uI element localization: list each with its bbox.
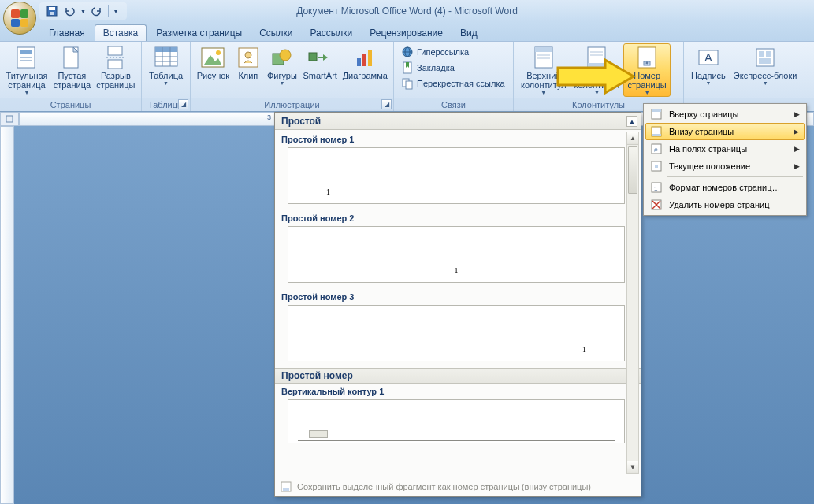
preview-page-number: 1 <box>455 266 459 275</box>
svg-rect-50 <box>766 51 771 57</box>
svg-rect-5 <box>20 57 32 58</box>
page-break-label: Разрыв страницы <box>96 71 135 90</box>
office-button[interactable] <box>3 2 36 35</box>
group-pages-label: Страницы <box>0 98 141 111</box>
svg-rect-25 <box>357 58 361 66</box>
chevron-down-icon: ▼ <box>24 90 30 95</box>
table-button[interactable]: Таблица ▼ <box>145 43 187 87</box>
tab-references[interactable]: Ссылки <box>251 25 300 41</box>
tab-home[interactable]: Главная <box>41 25 93 41</box>
gallery-footer[interactable]: Сохранить выделенный фрагмент как номер … <box>275 476 641 496</box>
blank-page-button[interactable]: Пустая страница <box>50 43 94 91</box>
undo-icon[interactable] <box>63 5 76 17</box>
gallery-item-label: Вертикальный контур 1 <box>280 384 626 398</box>
svg-point-19 <box>216 50 221 55</box>
gallery-item-preview-1[interactable]: 1 <box>288 147 625 204</box>
picture-button[interactable]: Рисунок <box>194 43 232 82</box>
svg-rect-57 <box>652 109 661 112</box>
svg-rect-24 <box>309 53 317 61</box>
tab-page-layout[interactable]: Разметка страницы <box>148 25 250 41</box>
gallery-item-preview-2[interactable]: 1 <box>288 226 625 283</box>
menu-bottom-of-page[interactable]: Внизу страницы ▶ <box>645 123 805 140</box>
cross-reference-icon <box>401 77 414 90</box>
svg-rect-53 <box>6 116 13 122</box>
tab-view[interactable]: Вид <box>452 25 485 41</box>
cover-page-icon <box>14 45 39 70</box>
chart-button[interactable]: Диаграмма <box>340 43 390 82</box>
undo-dropdown-icon[interactable]: ▼ <box>80 9 86 14</box>
table-label: Таблица <box>149 71 183 80</box>
hyperlink-button[interactable]: Гиперссылка <box>399 45 507 59</box>
tab-review[interactable]: Рецензирование <box>362 25 451 41</box>
top-of-page-icon <box>649 106 664 122</box>
svg-rect-36 <box>535 47 552 52</box>
group-tables-label: Таблицы◢ <box>142 98 190 111</box>
scroll-down-icon[interactable]: ▼ <box>627 461 638 473</box>
gallery-scrollbar[interactable]: ▲ ▼ <box>626 132 639 474</box>
vertical-ruler[interactable] <box>0 126 14 504</box>
qat-customize-icon[interactable]: ▾ <box>108 5 121 17</box>
cover-page-button[interactable]: Титульная страница ▼ <box>3 43 50 97</box>
text-box-icon: A <box>696 45 721 70</box>
tab-mailings[interactable]: Рассылки <box>302 25 360 41</box>
dialog-launcher-icon[interactable]: ◢ <box>381 99 392 109</box>
chevron-down-icon: ▼ <box>541 90 546 95</box>
menu-format-numbers[interactable]: 1 Формат номеров страниц… <box>645 179 805 196</box>
quick-parts-button[interactable]: Экспресс-блоки ▼ <box>730 43 801 87</box>
tab-insert[interactable]: Вставка <box>95 24 147 41</box>
menu-item-label: Текущее положение <box>669 161 750 171</box>
group-text: A Надпись ▼ Экспресс-блоки ▼ <box>684 42 814 111</box>
group-links-label: Связи <box>394 98 513 111</box>
svg-rect-27 <box>368 50 372 66</box>
bookmark-button[interactable]: Закладка <box>399 61 507 75</box>
chevron-down-icon: ▼ <box>645 90 650 95</box>
title-bar: ▼ ▾ Документ Microsoft Office Word (4) -… <box>0 0 814 22</box>
gallery-footer-label: Сохранить выделенный фрагмент как номер … <box>297 482 591 491</box>
menu-item-label: Удалить номера страниц <box>669 200 770 209</box>
blank-page-label: Пустая страница <box>54 71 91 90</box>
preview-page-number: 1 <box>326 187 330 196</box>
cross-reference-button[interactable]: Перекрестная ссылка <box>399 76 507 91</box>
group-illustrations-label: Иллюстрации◢ <box>191 98 393 111</box>
svg-rect-9 <box>108 60 122 69</box>
scroll-up-icon[interactable]: ▲ <box>627 132 638 145</box>
cover-page-label: Титульная страница <box>6 71 47 90</box>
page-break-button[interactable]: Разрыв страницы <box>94 43 138 91</box>
chart-icon <box>352 45 377 70</box>
menu-remove-numbers[interactable]: Удалить номера страниц <box>645 196 805 213</box>
format-numbers-icon: 1 <box>649 180 664 195</box>
clip-button[interactable]: Клип <box>232 43 264 82</box>
text-box-label: Надпись <box>691 71 726 80</box>
page-number-menu: Вверху страницы ▶ Внизу страницы ▶ # На … <box>643 103 807 216</box>
smartart-button[interactable]: SmartArt <box>300 43 340 82</box>
shapes-button[interactable]: Фигуры ▼ <box>264 43 300 87</box>
dialog-launcher-icon[interactable]: ◢ <box>178 99 188 109</box>
menu-page-margins[interactable]: # На полях страницы ▶ <box>645 140 805 158</box>
hyperlink-label: Гиперссылка <box>417 47 469 57</box>
gallery-item-preview-4[interactable] <box>288 399 625 443</box>
chevron-down-icon: ▼ <box>705 80 711 86</box>
svg-text:#: # <box>646 61 649 65</box>
redo-icon[interactable] <box>91 5 103 17</box>
text-box-button[interactable]: A Надпись ▼ <box>687 43 730 87</box>
clip-label: Клип <box>238 71 258 80</box>
save-icon[interactable] <box>46 5 58 17</box>
page-margins-icon: # <box>649 141 664 157</box>
header-icon <box>531 45 556 70</box>
smartart-label: SmartArt <box>303 71 336 80</box>
submenu-arrow-icon: ▶ <box>794 162 800 170</box>
svg-marker-52 <box>558 60 634 93</box>
menu-item-label: Формат номеров страниц… <box>669 183 780 192</box>
page-number-gallery: Простой ▲ Простой номер 1 1 Простой номе… <box>274 112 641 497</box>
ruler-marker: 3 <box>267 113 271 121</box>
chevron-down-icon: ▼ <box>763 80 768 86</box>
shapes-icon <box>269 45 295 70</box>
collapse-up-icon[interactable]: ▲ <box>626 116 637 127</box>
gallery-item-preview-3[interactable]: 1 <box>288 305 625 361</box>
scroll-thumb[interactable] <box>628 146 637 194</box>
ruler-corner <box>0 112 19 126</box>
blank-page-icon <box>59 45 84 70</box>
menu-current-position[interactable]: Текущее положение ▶ <box>645 158 805 175</box>
menu-top-of-page[interactable]: Вверху страницы ▶ <box>645 106 805 123</box>
group-tables: Таблица ▼ Таблицы◢ <box>142 42 191 111</box>
